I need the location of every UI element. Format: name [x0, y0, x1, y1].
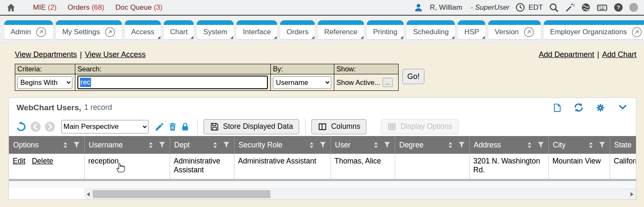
tab-admin[interactable]: Admin — [4, 20, 53, 39]
perspective-select[interactable]: Main Perspective — [61, 120, 149, 133]
filter-icon[interactable] — [599, 142, 605, 148]
tab-reference[interactable]: Reference — [318, 20, 363, 39]
tab-hsp[interactable]: HSP — [458, 20, 485, 39]
tab-employer-organizations[interactable]: Employer Organizations — [544, 20, 644, 39]
column-header-city[interactable]: City — [548, 136, 610, 154]
go-button[interactable]: Go! — [402, 69, 424, 84]
next-button[interactable] — [44, 121, 55, 132]
display-options-grid-icon — [387, 122, 396, 131]
scrollbar-thumb[interactable] — [93, 190, 270, 198]
cell-username: reception — [84, 154, 170, 179]
tab-version[interactable]: Version — [488, 20, 541, 39]
cell-address: 3201 N. Washington Rd. — [469, 154, 548, 179]
sort-icon[interactable] — [448, 142, 453, 149]
refresh-button[interactable] — [573, 102, 584, 113]
tab-label: Scheduling — [413, 28, 449, 36]
sort-icon[interactable] — [309, 142, 314, 149]
selected-search-text: rec — [80, 78, 91, 87]
filter-icon[interactable] — [537, 142, 544, 148]
settings-button[interactable] — [595, 103, 605, 113]
wand-button[interactable] — [565, 3, 575, 13]
external-link-icon[interactable] — [523, 27, 534, 38]
sort-icon[interactable] — [588, 142, 594, 149]
filter-icon[interactable] — [319, 142, 326, 148]
column-header-state[interactable]: State — [610, 136, 636, 154]
timezone-label: EDT — [528, 3, 543, 12]
column-header-degree[interactable]: Degree — [395, 136, 469, 154]
sort-icon[interactable] — [148, 142, 154, 149]
column-header-address[interactable]: Address — [469, 136, 548, 154]
store-displayed-data-button[interactable]: Store Displayed Data — [204, 119, 299, 134]
keyboard-button[interactable] — [597, 2, 608, 13]
scroll-left-arrow[interactable] — [87, 192, 90, 196]
criteria-select[interactable]: Begins With — [17, 76, 72, 89]
tab-label: Access — [131, 28, 154, 36]
delete-link[interactable]: Delete — [32, 157, 53, 165]
sort-icon[interactable] — [373, 142, 379, 149]
delete-perspective-button[interactable] — [168, 122, 177, 132]
column-header-username[interactable]: Username — [84, 136, 170, 154]
store-displayed-data-label: Store Displayed Data — [223, 122, 293, 131]
view-departments-link[interactable]: View Departments — [15, 50, 77, 59]
add-department-link[interactable]: Add Department — [539, 50, 594, 59]
help-button[interactable]: ? — [614, 3, 623, 12]
column-header-dept[interactable]: Dept — [170, 136, 234, 154]
trash-icon — [168, 122, 177, 132]
tab-label: HSP — [464, 28, 479, 36]
cell-security-role: Administrative Assistant — [234, 154, 330, 179]
grid-filler — [9, 181, 636, 188]
tab-system[interactable]: System — [197, 20, 234, 39]
external-link-icon[interactable] — [36, 27, 47, 38]
show-options-button[interactable]: ... — [383, 78, 393, 87]
avatar[interactable] — [629, 3, 638, 12]
previous-button[interactable] — [30, 121, 41, 132]
filter-icon[interactable] — [384, 142, 391, 148]
tab-chart[interactable]: Chart — [164, 20, 194, 39]
column-header-user[interactable]: User — [330, 136, 395, 154]
filter-icon[interactable] — [458, 142, 465, 148]
user-name: R, William — [430, 3, 462, 12]
tab-scheduling[interactable]: Scheduling — [407, 20, 455, 39]
user-button[interactable] — [414, 3, 423, 12]
by-select[interactable]: Username — [273, 76, 331, 89]
nav-doc-queue[interactable]: Doc Queue (3) — [116, 3, 163, 12]
search-button[interactable] — [549, 3, 559, 13]
search-input[interactable]: rec — [77, 76, 268, 89]
globe-button[interactable] — [581, 3, 591, 12]
tab-orders[interactable]: Orders — [280, 20, 315, 39]
new-document-icon — [553, 103, 562, 113]
sort-icon[interactable] — [212, 142, 218, 149]
home-icon — [6, 3, 16, 13]
external-link-icon[interactable] — [631, 27, 642, 38]
nav-mie[interactable]: MIE (2) — [33, 3, 57, 12]
sort-icon[interactable] — [527, 142, 532, 149]
scroll-right-arrow[interactable] — [630, 192, 633, 196]
scrollbar-track[interactable] — [84, 188, 636, 199]
home-button[interactable] — [6, 3, 16, 13]
view-user-access-link[interactable]: View User Access — [85, 50, 146, 59]
tab-printing[interactable]: Printing — [367, 20, 404, 39]
column-header-options[interactable]: Options — [9, 136, 84, 154]
lock-perspective-button[interactable] — [181, 122, 190, 132]
tab-access[interactable]: Access — [125, 20, 161, 39]
column-label: User — [335, 141, 351, 150]
columns-button[interactable]: Columns — [311, 119, 366, 134]
edit-link[interactable]: Edit — [13, 157, 25, 165]
submenu-corner-icon — [157, 36, 160, 39]
tab-my-settings[interactable]: My Settings — [56, 20, 122, 39]
column-header-security-role[interactable]: Security Role — [234, 136, 330, 154]
new-report-button[interactable] — [553, 103, 562, 113]
external-link-icon[interactable] — [105, 27, 116, 38]
reset-button[interactable] — [16, 121, 27, 132]
add-chart-link[interactable]: Add Chart — [602, 50, 636, 59]
filter-icon[interactable] — [223, 142, 230, 148]
filter-icon[interactable] — [159, 142, 165, 148]
tab-interface[interactable]: Interface — [237, 20, 277, 39]
clock-button[interactable] — [515, 3, 525, 12]
collapse-panel-button[interactable] — [617, 103, 628, 112]
sort-icon[interactable] — [63, 142, 68, 149]
edit-perspective-button[interactable] — [154, 122, 165, 132]
filter-icon[interactable] — [73, 142, 80, 148]
nav-orders[interactable]: Orders (68) — [68, 3, 105, 12]
record-count: 1 record — [84, 103, 112, 112]
